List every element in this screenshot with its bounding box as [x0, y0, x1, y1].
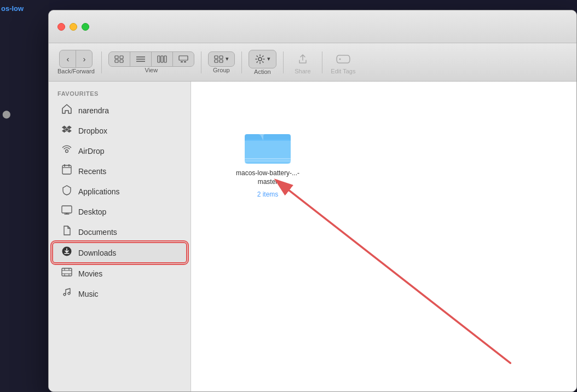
- sidebar-item-narendra[interactable]: narendra: [52, 100, 187, 120]
- svg-point-37: [68, 292, 70, 295]
- column-view-button[interactable]: [152, 52, 173, 66]
- desktop-icon: [61, 205, 73, 218]
- airdrop-icon: [61, 144, 73, 158]
- folder-name: macos-low-battery-...-master: [235, 169, 301, 186]
- group-section: ▾ Group: [208, 51, 235, 73]
- svg-rect-24: [62, 206, 72, 213]
- music-icon: [61, 287, 73, 301]
- column-icon: [157, 55, 167, 63]
- svg-rect-13: [215, 56, 218, 59]
- svg-rect-10: [179, 56, 188, 60]
- sidebar-item-movies[interactable]: Movies: [52, 263, 187, 284]
- main-content: macos-low-battery-...-master 2 items: [191, 82, 576, 392]
- toolbar-separator-2: [201, 51, 201, 73]
- downloads-icon: [61, 246, 73, 260]
- svg-rect-15: [215, 60, 218, 62]
- toolbar-separator-3: [241, 51, 242, 73]
- list-view-button[interactable]: [130, 52, 152, 66]
- svg-rect-20: [62, 165, 71, 174]
- svg-rect-11: [181, 61, 183, 62]
- gallery-view-button[interactable]: [173, 52, 194, 66]
- sidebar-label-dropbox: Dropbox: [78, 126, 107, 135]
- sidebar-label-applications: Applications: [78, 187, 120, 196]
- icon-view-button[interactable]: [109, 52, 130, 66]
- title-bar: [49, 10, 576, 43]
- sidebar-item-dropbox[interactable]: Dropbox: [52, 120, 187, 141]
- sidebar-label-documents: Documents: [78, 228, 117, 237]
- back-button[interactable]: ‹: [60, 50, 76, 67]
- edit-tags-button[interactable]: [329, 50, 357, 68]
- svg-rect-0: [115, 56, 118, 59]
- sidebar-label-music: Music: [78, 290, 99, 298]
- sidebar-section-label: Favourites: [49, 88, 191, 100]
- svg-line-43: [285, 187, 510, 363]
- svg-point-18: [339, 58, 341, 60]
- sidebar-item-airdrop[interactable]: AirDrop: [52, 141, 187, 161]
- sidebar-label-airdrop: AirDrop: [78, 147, 104, 155]
- traffic-lights: [57, 23, 89, 31]
- documents-icon: [61, 225, 73, 239]
- sidebar-item-documents[interactable]: Documents: [52, 222, 187, 242]
- toolbar-separator-4: [283, 51, 284, 73]
- toolbar: ‹ › Back/Forward: [49, 43, 576, 82]
- gallery-icon: [178, 55, 188, 63]
- dropbox-icon: [61, 124, 73, 137]
- minimize-button[interactable]: [70, 23, 77, 31]
- list-icon: [136, 55, 146, 63]
- maximize-button[interactable]: [82, 23, 89, 31]
- back-forward-group: ‹ ›: [59, 50, 93, 68]
- group-dropdown-arrow: ▾: [226, 55, 229, 62]
- view-controls: [108, 51, 194, 67]
- toolbar-separator-1: [101, 51, 102, 73]
- folder-icon: [244, 125, 292, 165]
- folder-items-count: 2 items: [257, 191, 279, 198]
- toolbar-separator-5: [322, 51, 322, 73]
- group-button[interactable]: ▾: [208, 51, 235, 67]
- svg-rect-14: [220, 56, 223, 59]
- svg-point-17: [258, 57, 262, 61]
- svg-rect-7: [158, 56, 160, 62]
- sidebar-item-applications[interactable]: Applications: [52, 181, 187, 201]
- action-section: ▾ Action: [249, 50, 276, 75]
- folder-item-macos[interactable]: macos-low-battery-...-master 2 items: [235, 125, 301, 198]
- group-icon: [214, 55, 224, 63]
- sidebar-label-narendra: narendra: [78, 106, 109, 115]
- sidebar-item-desktop[interactable]: Desktop: [52, 201, 187, 222]
- sidebar-item-music[interactable]: Music: [52, 284, 187, 304]
- partial-text: os-low: [1, 4, 24, 13]
- sidebar-item-recents[interactable]: Recents: [52, 161, 187, 181]
- partial-icon: ⬤: [2, 109, 11, 118]
- sidebar-label-movies: Movies: [78, 269, 102, 278]
- share-section: Share: [290, 50, 315, 74]
- action-dropdown-arrow: ▾: [267, 55, 270, 62]
- nav-section: ‹ › Back/Forward: [57, 50, 95, 74]
- content-area: Favourites narendra Dropbox: [49, 82, 576, 392]
- svg-rect-29: [62, 268, 72, 276]
- action-button[interactable]: ▾: [249, 50, 276, 68]
- sidebar-item-downloads[interactable]: Downloads: [52, 242, 187, 263]
- applications-icon: [61, 185, 73, 198]
- recents-icon: [61, 164, 73, 178]
- svg-rect-3: [120, 60, 123, 62]
- grid-icon: [114, 55, 124, 63]
- sidebar: Favourites narendra Dropbox: [49, 82, 191, 392]
- view-section: View: [108, 51, 194, 73]
- svg-point-19: [66, 150, 68, 153]
- action-label: Action: [254, 68, 271, 75]
- share-button[interactable]: [290, 50, 315, 68]
- svg-rect-41: [245, 160, 291, 162]
- close-button[interactable]: [57, 23, 65, 31]
- svg-rect-16: [220, 60, 223, 62]
- gear-icon: [255, 54, 266, 65]
- svg-rect-12: [184, 61, 186, 62]
- finder-window: ‹ › Back/Forward: [48, 10, 577, 392]
- sidebar-label-downloads: Downloads: [78, 249, 116, 257]
- view-label: View: [145, 67, 158, 73]
- forward-button[interactable]: ›: [76, 50, 92, 67]
- sidebar-label-desktop: Desktop: [78, 207, 106, 216]
- share-label: Share: [295, 68, 310, 74]
- svg-point-36: [64, 293, 66, 296]
- tag-icon: [336, 53, 351, 65]
- sidebar-label-recents: Recents: [78, 167, 106, 176]
- nav-label: Back/Forward: [57, 68, 95, 74]
